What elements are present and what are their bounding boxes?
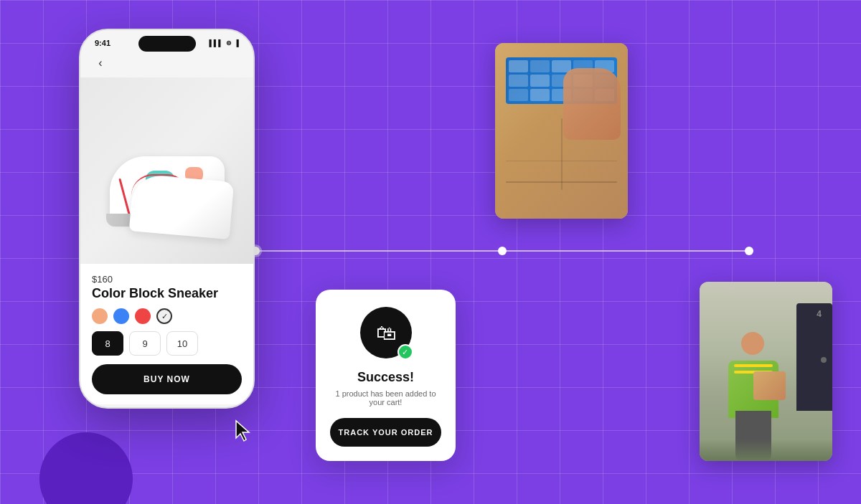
success-card: 🛍 ✓ Success! 1 product has been added to…	[316, 290, 456, 461]
package-inner	[495, 43, 628, 219]
box-line-3	[561, 118, 563, 190]
delivery-image: 4	[700, 282, 832, 461]
swatch-peach[interactable]	[92, 308, 108, 324]
phone-frame: 9:41 ▌▌▌ ⊜ ▐ ‹	[79, 29, 255, 409]
size-button-10[interactable]: 10	[166, 331, 198, 356]
shoe-body-secondary	[128, 173, 233, 239]
door-handle	[821, 357, 827, 363]
size-selector: 8 9 10	[92, 331, 242, 356]
success-title: Success!	[330, 370, 441, 385]
hand-shape	[563, 68, 621, 140]
size-button-9[interactable]: 9	[129, 331, 161, 356]
timeline-dot-2	[498, 247, 507, 255]
battery-icon: ▐	[235, 39, 239, 47]
success-icon-wrapper: 🛍 ✓	[360, 307, 412, 358]
checkmark-icon: ✓	[161, 312, 168, 321]
sneaker-display	[80, 77, 253, 264]
product-image-area	[80, 77, 253, 264]
swatch-selected[interactable]: ✓	[156, 308, 172, 324]
person-package	[753, 371, 786, 400]
person-head	[741, 332, 764, 355]
swatch-red[interactable]	[135, 308, 151, 324]
signal-icon: ▌▌▌	[209, 39, 222, 47]
phone-nav: ‹	[80, 50, 253, 77]
decorative-blob	[39, 432, 133, 504]
door-shape	[796, 303, 832, 411]
check-icon: ✓	[402, 348, 408, 357]
status-icons: ▌▌▌ ⊜ ▐	[209, 39, 239, 47]
status-time: 9:41	[95, 39, 110, 47]
timeline	[251, 244, 753, 258]
color-swatches: ✓	[92, 308, 242, 324]
door-number: 4	[817, 309, 822, 319]
success-subtitle: 1 product has been added to your cart!	[330, 389, 441, 406]
dynamic-island	[138, 36, 196, 52]
swatch-blue[interactable]	[113, 308, 129, 324]
timeline-dot-3	[745, 247, 753, 255]
sneaker-base	[103, 106, 232, 235]
phone-mockup: 9:41 ▌▌▌ ⊜ ▐ ‹	[79, 29, 255, 409]
product-price: $160	[92, 274, 242, 285]
track-order-button[interactable]: TRACK YOUR ORDER	[330, 418, 441, 447]
product-name: Color Block Sneaker	[92, 286, 242, 301]
shopping-bag-icon: 🛍	[376, 321, 396, 345]
buy-now-button[interactable]: BUY NOW	[92, 364, 242, 394]
vest-stripe-1	[734, 364, 773, 367]
ground-shadow	[700, 439, 832, 461]
svg-marker-0	[236, 421, 249, 441]
delivery-inner: 4	[700, 282, 832, 461]
cursor-icon	[233, 419, 250, 442]
success-check-badge: ✓	[397, 344, 413, 360]
size-button-8[interactable]: 8	[92, 331, 123, 356]
product-info: $160 Color Block Sneaker ✓ 8 9 10 BUY NO…	[80, 264, 253, 404]
back-button[interactable]: ‹	[92, 54, 109, 72]
package-image	[495, 43, 628, 219]
wifi-icon: ⊜	[226, 39, 232, 47]
